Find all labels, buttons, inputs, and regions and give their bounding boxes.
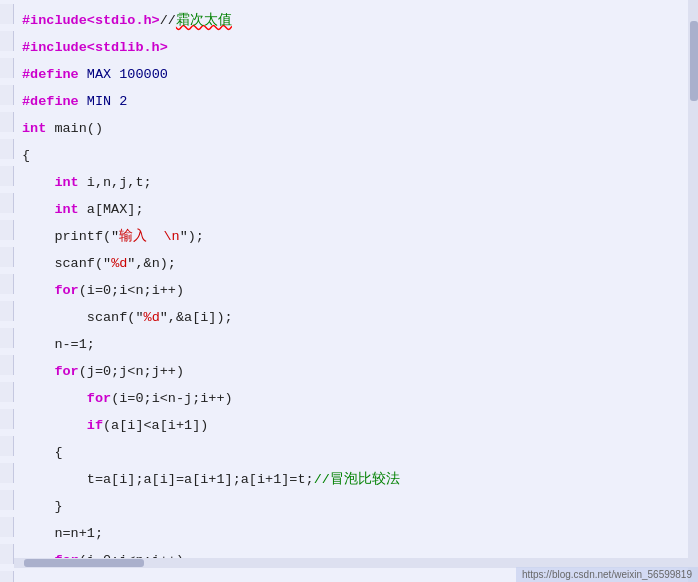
token: { — [22, 445, 63, 460]
line-number — [0, 85, 14, 105]
code-line: for(j=0;j<n;j++) — [0, 355, 698, 382]
token: (i=0;i<n-j;i++) — [111, 391, 233, 406]
token: 霜次太值 — [176, 13, 232, 28]
token: printf(" — [22, 229, 119, 244]
token: "); — [180, 229, 204, 244]
token — [22, 202, 54, 217]
line-number — [0, 571, 14, 582]
token: for — [54, 283, 78, 298]
token: } — [22, 499, 63, 514]
line-number — [0, 409, 14, 429]
line-number — [0, 490, 14, 510]
vertical-scrollbar-thumb[interactable] — [690, 21, 698, 101]
bottom-url-bar: https://blog.csdn.net/weixin_56599819 — [516, 567, 698, 582]
code-line: } — [0, 490, 698, 517]
code-line: scanf("%d",&a[i]); — [0, 301, 698, 328]
line-number — [0, 139, 14, 159]
code-line: #define MIN 2 — [0, 85, 698, 112]
line-text: #define MIN 2 — [14, 92, 127, 112]
token: #include<stdio.h> — [22, 13, 160, 28]
token: t=a[i];a[i]=a[i+1];a[i+1]=t; — [22, 472, 314, 487]
horizontal-scrollbar-thumb[interactable] — [24, 559, 144, 567]
token: { — [22, 148, 30, 163]
code-line: t=a[i];a[i]=a[i+1];a[i+1]=t;//冒泡比较法 — [0, 463, 698, 490]
line-number — [0, 31, 14, 51]
token: 输入 \n — [119, 229, 179, 244]
code-line: for(i=0;i<n;i++) — [0, 274, 698, 301]
code-container: #include<stdio.h>//霜次太值#include<stdlib.h… — [0, 0, 698, 582]
token: //冒泡比较法 — [314, 472, 400, 487]
token: int — [54, 175, 78, 190]
code-line: { — [0, 436, 698, 463]
code-line: { — [0, 139, 698, 166]
token: ",&n); — [127, 256, 176, 271]
token: for — [54, 364, 78, 379]
line-text: t=a[i];a[i]=a[i+1];a[i+1]=t;//冒泡比较法 — [14, 470, 400, 490]
line-text: scanf("%d",&n); — [14, 254, 176, 274]
token — [22, 175, 54, 190]
line-text: for(i=0;i<n;i++) — [14, 281, 184, 301]
token: #define — [22, 94, 79, 109]
line-number — [0, 4, 14, 24]
code-line: int a[MAX]; — [0, 193, 698, 220]
line-text: for(i=0;i<n-j;i++) — [14, 389, 233, 409]
token: int — [22, 121, 46, 136]
token: n=n+1; — [22, 526, 103, 541]
line-number — [0, 166, 14, 186]
line-number — [0, 112, 14, 132]
line-number — [0, 301, 14, 321]
code-line: for(i=0;i<n-j;i++) — [0, 382, 698, 409]
token — [22, 283, 54, 298]
token: // — [160, 13, 176, 28]
line-text: { — [14, 146, 30, 166]
line-text: scanf("%d",&a[i]); — [14, 308, 233, 328]
code-area: #include<stdio.h>//霜次太值#include<stdlib.h… — [0, 0, 698, 582]
line-text: #define MAX 100000 — [14, 65, 168, 85]
line-text: printf("输入 \n"); — [14, 227, 204, 247]
token — [22, 391, 87, 406]
line-text: #include<stdio.h>//霜次太值 — [14, 11, 232, 31]
line-text: n-=1; — [14, 335, 95, 355]
code-line: if(a[i]<a[i+1]) — [0, 409, 698, 436]
token: int — [54, 202, 78, 217]
token: MIN 2 — [79, 94, 128, 109]
token: scanf(" — [22, 310, 144, 325]
token: %d — [111, 256, 127, 271]
token: n-=1; — [22, 337, 95, 352]
token: MAX 100000 — [79, 67, 168, 82]
token — [22, 364, 54, 379]
line-number — [0, 355, 14, 375]
line-number — [0, 58, 14, 78]
token: main() — [46, 121, 103, 136]
token: a[MAX]; — [79, 202, 144, 217]
code-line: #include<stdio.h>//霜次太值 — [0, 4, 698, 31]
token: ",&a[i]); — [160, 310, 233, 325]
line-number — [0, 436, 14, 456]
code-line: scanf("%d",&n); — [0, 247, 698, 274]
line-number — [0, 328, 14, 348]
line-text: printf("%d\t",a[i]); — [14, 578, 249, 582]
token: #define — [22, 67, 79, 82]
line-text: for(j=0;j<n;j++) — [14, 362, 184, 382]
line-text: #include<stdlib.h> — [14, 38, 168, 58]
line-text: int main() — [14, 119, 103, 139]
token: (j=0;j<n;j++) — [79, 364, 184, 379]
line-text: } — [14, 497, 63, 517]
line-text: int i,n,j,t; — [14, 173, 152, 193]
line-text: { — [14, 443, 63, 463]
code-line: printf("输入 \n"); — [0, 220, 698, 247]
code-line: #include<stdlib.h> — [0, 31, 698, 58]
line-number — [0, 247, 14, 267]
token: (a[i]<a[i+1]) — [103, 418, 208, 433]
code-line: n-=1; — [0, 328, 698, 355]
token — [22, 418, 87, 433]
token: #include<stdlib.h> — [22, 40, 168, 55]
token: i,n,j,t; — [79, 175, 152, 190]
line-number — [0, 517, 14, 537]
code-line: int main() — [0, 112, 698, 139]
line-number — [0, 274, 14, 294]
token: (i=0;i<n;i++) — [79, 283, 184, 298]
token: if — [87, 418, 103, 433]
vertical-scrollbar[interactable] — [688, 0, 698, 582]
line-number — [0, 544, 14, 564]
